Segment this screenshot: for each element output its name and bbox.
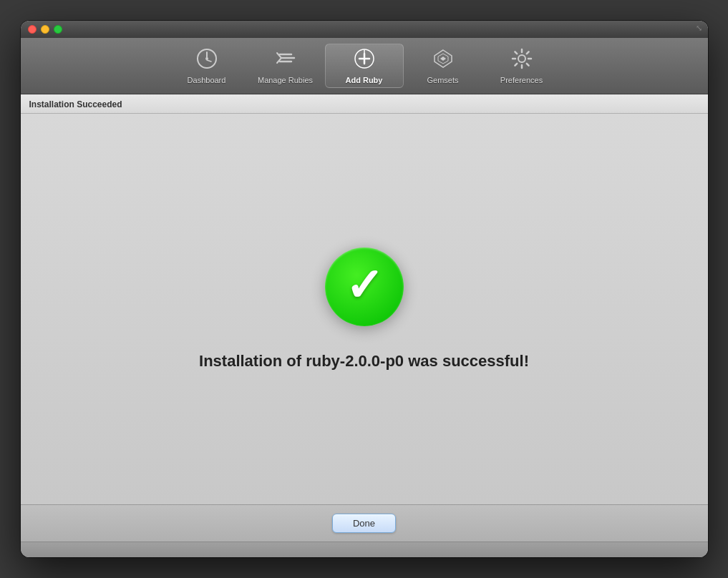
svg-point-13 — [518, 55, 525, 62]
done-button[interactable]: Done — [332, 514, 396, 533]
resize-icon: ⤡ — [696, 24, 702, 33]
toolbar-item-manage-rubies[interactable]: Manage Rubies — [246, 44, 325, 88]
success-message: Installation of ruby-2.0.0-p0 was succes… — [199, 352, 529, 371]
manage-rubies-label: Manage Rubies — [258, 76, 313, 84]
close-button[interactable] — [28, 25, 37, 34]
preferences-icon — [510, 47, 533, 74]
subheader: Installation Succeeded — [21, 94, 708, 114]
add-ruby-icon — [353, 47, 376, 74]
gemsets-label: Gemsets — [427, 76, 458, 84]
toolbar-items: Dashboard Manage Rubies — [168, 44, 561, 88]
gemsets-icon — [432, 47, 455, 74]
bottom-bar — [21, 542, 708, 557]
svg-marker-12 — [440, 57, 446, 61]
svg-line-3 — [207, 60, 211, 62]
toolbar: Dashboard Manage Rubies — [21, 38, 708, 94]
traffic-lights — [28, 25, 62, 34]
minimize-button[interactable] — [41, 25, 49, 34]
toolbar-item-preferences[interactable]: Preferences — [482, 44, 561, 88]
add-ruby-label: Add Ruby — [346, 76, 383, 84]
toolbar-item-add-ruby[interactable]: Add Ruby — [325, 44, 404, 88]
maximize-button[interactable] — [54, 25, 62, 34]
dashboard-icon — [195, 47, 218, 74]
success-icon: ✓ — [325, 248, 404, 326]
main-content: ✓ Installation of ruby-2.0.0-p0 was succ… — [21, 114, 708, 504]
toolbar-item-dashboard[interactable]: Dashboard — [168, 44, 246, 88]
titlebar: ⤡ — [21, 21, 708, 38]
checkmark-icon: ✓ — [345, 263, 384, 308]
toolbar-item-gemsets[interactable]: Gemsets — [404, 44, 482, 88]
manage-rubies-icon — [274, 47, 297, 74]
subheader-title: Installation Succeeded — [29, 99, 122, 109]
main-window: ⤡ Dashboard — [21, 21, 708, 557]
dashboard-label: Dashboard — [188, 76, 226, 84]
footer: Done — [21, 504, 708, 542]
preferences-label: Preferences — [500, 76, 543, 84]
